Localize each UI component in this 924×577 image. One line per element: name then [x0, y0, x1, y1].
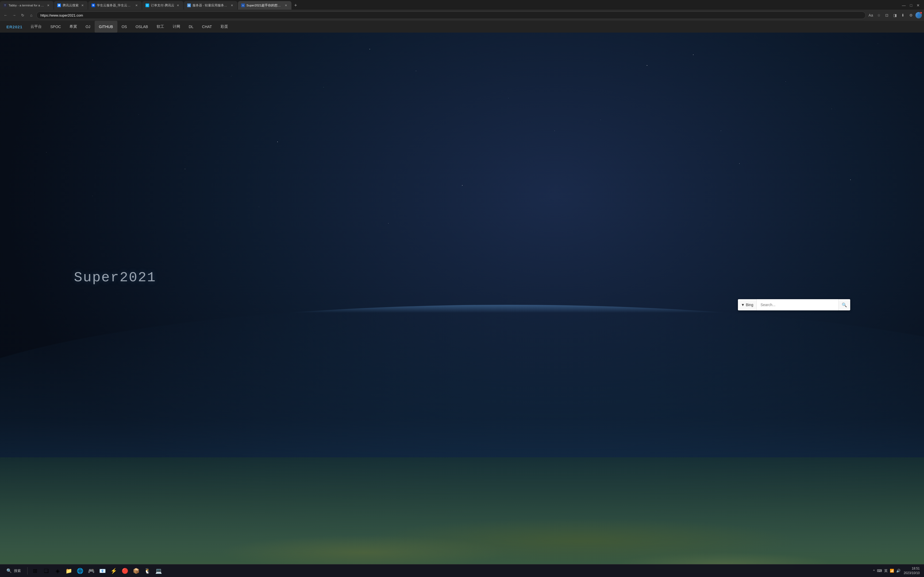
nav-item-spoc[interactable]: SPOC	[46, 21, 65, 32]
reload-button[interactable]: ↻	[19, 12, 26, 19]
tab-title-super2021: Super2021超乎你的想象！	[247, 3, 282, 8]
star	[92, 60, 93, 60]
star	[185, 169, 185, 169]
tab-close-tabby[interactable]: ✕	[46, 3, 50, 8]
extensions-icon[interactable]: ⚙	[908, 12, 914, 19]
collections-icon[interactable]: ◨	[892, 12, 898, 19]
new-tab-button[interactable]: +	[292, 1, 299, 10]
toolbar-icons: Aa ☆ ⊡ ◨ ⬇ ⚙ 👤	[867, 12, 922, 19]
minimize-button[interactable]: —	[901, 3, 907, 8]
search-icon: 🔍	[842, 302, 847, 308]
star	[647, 65, 647, 66]
nav-item-dl[interactable]: DL	[184, 21, 198, 32]
star	[878, 44, 878, 44]
earth-container	[0, 305, 924, 577]
profile-avatar[interactable]: 👤	[916, 12, 922, 18]
earth-curve	[0, 305, 924, 577]
nav-item-os[interactable]: OS	[117, 21, 131, 32]
taskbar: 🔍 搜索 ⊞❑◈📁🌐🎮📧⚡🔴📦🐧💻 ^ ⌨ 英 📶 🔊 18:51 2023/1…	[0, 564, 924, 577]
star	[416, 71, 416, 71]
tab-tencent-search[interactable]: 腾 腾讯云搜索 ✕	[54, 1, 88, 10]
tab-title-student-cloud: 学生云服务器_学生云主机...	[97, 3, 132, 8]
back-button[interactable]: ←	[2, 12, 9, 19]
taskbar-app-start[interactable]: ⊞	[30, 566, 40, 576]
taskbar-app-app4[interactable]: ⚡	[108, 566, 119, 576]
taskbar-separator	[27, 567, 27, 575]
nav-item-xijuan[interactable]: 希冀	[65, 21, 81, 32]
tab-favicon-tencent-search: 腾	[57, 3, 61, 7]
address-bar: ← → ↻ ⌂ Aa ☆ ⊡ ◨ ⬇ ⚙ 👤	[0, 10, 924, 21]
nav-item-chat[interactable]: CHAT	[198, 21, 216, 32]
taskbar-search[interactable]: 🔍 搜索	[2, 567, 25, 574]
tab-server[interactable]: 服 服务器 - 轻量应用服务器 -... ✕	[184, 1, 237, 10]
tab-title-tabby: Tabby - a terminal for a mo...	[8, 4, 44, 7]
taskbar-search-label: 搜索	[14, 569, 21, 573]
star	[323, 87, 324, 87]
site-logo[interactable]: ER2021	[3, 24, 26, 29]
taskbar-app-explorer[interactable]: 📁	[63, 566, 74, 576]
tab-close-super2021[interactable]: ✕	[284, 3, 288, 8]
site-nav: ER2021 云平台SPOC希冀OJGITHUBOSOSLAB软工计网DLCHA…	[0, 21, 924, 32]
star	[277, 142, 278, 142]
home-button[interactable]: ⌂	[28, 12, 35, 19]
nav-item-rugong[interactable]: 软工	[152, 21, 168, 32]
taskbar-app-taskview[interactable]: ❑	[41, 566, 52, 576]
nav-item-jiwang[interactable]: 计网	[168, 21, 184, 32]
taskbar-app-app8[interactable]: 💻	[153, 566, 164, 576]
tab-favicon-order: 订	[145, 3, 149, 7]
taskbar-search-icon: 🔍	[6, 568, 12, 573]
tab-close-student-cloud[interactable]: ✕	[134, 3, 139, 8]
downloads-icon[interactable]: ⬇	[900, 12, 906, 19]
taskbar-app-edge[interactable]: ◈	[52, 566, 63, 576]
taskbar-time: 18:51	[904, 566, 920, 571]
nav-item-oslab[interactable]: OSLAB	[131, 21, 152, 32]
search-box: ▼ Bing 🔍	[738, 299, 850, 310]
hero-title: Super2021	[74, 270, 156, 285]
taskbar-volume-icon[interactable]: 🔊	[896, 568, 901, 573]
star	[370, 49, 370, 50]
tab-student-cloud[interactable]: 学 学生云服务器_学生云主机... ✕	[88, 1, 142, 10]
taskbar-app-app6[interactable]: 📦	[131, 566, 141, 576]
tab-order[interactable]: 订 订单支付-腾讯云 ✕	[142, 1, 183, 10]
forward-button[interactable]: →	[11, 12, 18, 19]
taskbar-keyboard-icon[interactable]: ⌨	[876, 568, 882, 573]
search-engine-select[interactable]: ▼ Bing	[738, 299, 757, 310]
star	[46, 152, 47, 153]
tab-tabby[interactable]: T Tabby - a terminal for a mo... ✕	[0, 1, 53, 10]
taskbar-app-app1[interactable]: 🌐	[74, 566, 85, 576]
nav-item-yunpingtai[interactable]: 云平台	[26, 21, 46, 32]
tab-close-order[interactable]: ✕	[176, 3, 180, 8]
nav-item-caidan[interactable]: 彩蛋	[216, 21, 233, 32]
address-input[interactable]	[36, 11, 866, 19]
search-engine-label: Bing	[746, 303, 753, 307]
split-view-icon[interactable]: ⊡	[884, 12, 890, 19]
tab-title-server: 服务器 - 轻量应用服务器 -...	[192, 3, 228, 8]
tab-close-tencent-search[interactable]: ✕	[80, 3, 84, 8]
taskbar-app-app5[interactable]: 🔴	[120, 566, 130, 576]
tab-super2021[interactable]: S Super2021超乎你的想象！ ✕	[238, 1, 291, 10]
taskbar-network-icon[interactable]: 📶	[889, 568, 895, 573]
taskbar-app-app2[interactable]: 🎮	[86, 566, 97, 576]
taskbar-app-app3[interactable]: 📧	[97, 566, 108, 576]
tab-close-server[interactable]: ✕	[230, 3, 234, 8]
search-button[interactable]: 🔍	[838, 299, 850, 310]
tab-favicon-super2021: S	[241, 3, 245, 7]
nav-items-container: 云平台SPOC希冀OJGITHUBOSOSLAB软工计网DLCHAT彩蛋	[26, 21, 232, 32]
star	[462, 185, 462, 185]
maximize-button[interactable]: □	[909, 3, 913, 8]
nav-item-github[interactable]: GITHUB	[95, 21, 117, 32]
read-mode-icon[interactable]: Aa	[867, 12, 874, 19]
favorites-icon[interactable]: ☆	[876, 12, 882, 19]
taskbar-chevron-icon[interactable]: ^	[873, 568, 876, 573]
taskbar-lang-icon[interactable]: 英	[884, 568, 888, 574]
taskbar-date: 2023/10/10	[904, 571, 920, 575]
nav-item-oj[interactable]: OJ	[81, 21, 95, 32]
tab-favicon-tabby: T	[3, 3, 7, 7]
close-button[interactable]: ✕	[916, 3, 921, 8]
star	[388, 223, 389, 224]
search-input[interactable]	[757, 299, 838, 310]
taskbar-clock[interactable]: 18:51 2023/10/10	[904, 566, 920, 575]
taskbar-app-app7[interactable]: 🐧	[142, 566, 153, 576]
browser-window: T Tabby - a terminal for a mo... ✕ 腾 腾讯云…	[0, 0, 924, 577]
avatar-icon: 👤	[917, 14, 920, 17]
